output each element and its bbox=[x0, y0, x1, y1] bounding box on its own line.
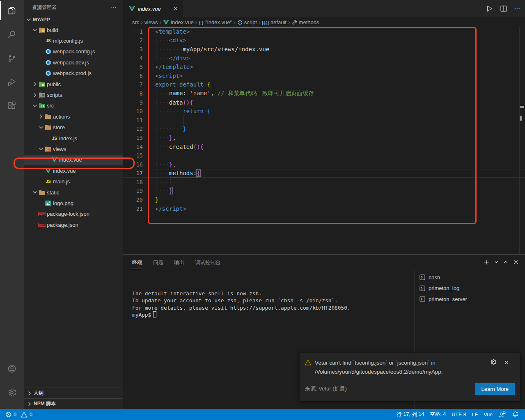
tree-item-package.json[interactable]: npmpackage.json bbox=[24, 219, 123, 230]
tab-label: index.vue bbox=[138, 6, 170, 12]
code-line-6[interactable]: 6<script> bbox=[123, 71, 525, 80]
breadcrumb-views[interactable]: views bbox=[144, 19, 158, 25]
tree-item-main.js[interactable]: JSmain.js bbox=[24, 176, 123, 187]
panel-tab-终端[interactable]: 终端 bbox=[132, 255, 142, 269]
learn-more-button[interactable]: Learn More bbox=[475, 383, 515, 395]
code-line-3[interactable]: 3········myApp/src/views/index.vue bbox=[123, 45, 525, 54]
cursor-position-status[interactable]: 行 17, 列 14 bbox=[394, 409, 427, 420]
notification-toast: Vetur can't find `tsconfig.json` or `jsc… bbox=[300, 353, 520, 401]
tree-item-static[interactable]: static bbox=[24, 187, 123, 198]
code-line-15[interactable]: 15 bbox=[123, 151, 525, 160]
tree-item-webpack.dev.js[interactable]: webpack.dev.js bbox=[24, 57, 123, 68]
tab-index-vue[interactable]: index.vue bbox=[123, 0, 183, 17]
activitybar-account[interactable] bbox=[0, 358, 24, 379]
notification-settings-icon[interactable] bbox=[490, 359, 497, 366]
problems-status[interactable]: 0 0 bbox=[2, 409, 35, 420]
breadcrumb-methods[interactable]: methods bbox=[292, 19, 319, 25]
activitybar-settings[interactable] bbox=[0, 382, 24, 403]
vue-icon bbox=[50, 157, 58, 162]
source-control-icon bbox=[7, 53, 17, 63]
code-line-5[interactable]: 5</template> bbox=[123, 62, 525, 71]
tree-item-webpack.prod.js[interactable]: webpack.prod.js bbox=[24, 68, 123, 79]
tree-item-actions[interactable]: actions bbox=[24, 111, 123, 122]
code-line-1[interactable]: 1<template> bbox=[123, 27, 525, 36]
indentation-status[interactable]: 空格: 4 bbox=[427, 409, 449, 420]
terminal-instance-bash[interactable]: bash bbox=[420, 272, 522, 283]
tree-item-webpack.config.js[interactable]: webpack.config.js bbox=[24, 46, 123, 57]
panel-tab-调试控制台[interactable]: 调试控制台 bbox=[195, 256, 221, 269]
code-line-21[interactable]: 21</script> bbox=[123, 204, 525, 213]
activitybar-explorer[interactable] bbox=[0, 0, 24, 21]
code-line-14[interactable]: 14····created(){ bbox=[123, 142, 525, 151]
breadcrumb-script[interactable]: script bbox=[237, 19, 257, 25]
line-number: 15 bbox=[123, 152, 143, 159]
terminal-icon bbox=[420, 285, 425, 291]
code-line-9[interactable]: 9····data(){ bbox=[123, 98, 525, 107]
panel-tab-问题[interactable]: 问题 bbox=[153, 256, 163, 269]
terminal-icon bbox=[420, 274, 425, 280]
notification-close-icon[interactable] bbox=[503, 359, 510, 366]
panel-tab-输出[interactable]: 输出 bbox=[174, 256, 184, 269]
tree-item-index.vue[interactable]: index.vue bbox=[24, 165, 123, 176]
sidebar-section-npm-scripts[interactable]: NPM 脚本 bbox=[24, 398, 123, 409]
tree-item-scripts[interactable]: scripts bbox=[24, 89, 123, 100]
close-panel-icon[interactable] bbox=[513, 259, 519, 265]
feedback-icon[interactable] bbox=[495, 409, 509, 420]
code-line-7[interactable]: 7export·default·{ bbox=[123, 80, 525, 89]
tree-item-mfp.config.js[interactable]: JSmfp.config.js bbox=[24, 35, 123, 46]
encoding-status[interactable]: UTF-8 bbox=[449, 409, 469, 420]
breadcrumb-src[interactable]: src bbox=[132, 19, 139, 25]
folder-icon bbox=[44, 125, 52, 130]
code-line-2[interactable]: 2····<div> bbox=[123, 36, 525, 45]
code-line-18[interactable]: 18········ bbox=[123, 178, 525, 187]
language-mode-status[interactable]: Vue bbox=[481, 409, 495, 420]
js-icon: JS bbox=[44, 179, 52, 184]
project-section-header[interactable]: MYAPP bbox=[24, 15, 123, 25]
maximize-panel-icon[interactable] bbox=[503, 259, 509, 265]
eol-status[interactable]: LF bbox=[469, 409, 481, 420]
breadcrumb-index.vue[interactable]: { }"index.vue" bbox=[199, 19, 232, 25]
tree-item-build[interactable]: build bbox=[24, 25, 123, 35]
sidebar-section-outline[interactable]: 大纲 bbox=[24, 388, 123, 398]
line-number: 4 bbox=[123, 55, 143, 62]
notifications-bell-icon[interactable] bbox=[509, 409, 522, 420]
code-line-17[interactable]: 17····methods:{ bbox=[123, 169, 525, 178]
tree-item-index.js[interactable]: JSindex.js bbox=[24, 133, 123, 144]
activitybar-run-debug[interactable] bbox=[0, 71, 24, 93]
chevron-down-icon bbox=[25, 16, 32, 23]
terminal-instance-primeton_server[interactable]: primeton_server bbox=[420, 294, 522, 305]
code-line-12[interactable]: 12········} bbox=[123, 125, 525, 134]
code-line-16[interactable]: 16····}, bbox=[123, 160, 525, 169]
breadcrumb-default[interactable]: [@]default bbox=[262, 19, 286, 25]
terminal-output[interactable]: The default interactive shell is now zsh… bbox=[132, 290, 351, 319]
more-actions-icon[interactable]: ⋯ bbox=[111, 4, 117, 11]
close-tab-icon[interactable] bbox=[172, 5, 179, 12]
breadcrumb-index.vue[interactable]: index.vue bbox=[163, 19, 194, 25]
tree-item-logo.png[interactable]: logo.png bbox=[24, 198, 123, 208]
activitybar-search[interactable] bbox=[0, 24, 24, 45]
tree-item-src[interactable]: src bbox=[24, 100, 123, 111]
code-editor[interactable]: 1<template>2····<div>3········myApp/src/… bbox=[123, 27, 525, 254]
new-terminal-icon[interactable] bbox=[483, 259, 490, 265]
terminal-instance-primeton_log[interactable]: primeton_log bbox=[420, 283, 522, 294]
tree-item-store[interactable]: store bbox=[24, 122, 123, 133]
split-editor-icon[interactable] bbox=[499, 4, 508, 13]
tree-item-views[interactable]: views bbox=[24, 144, 123, 154]
activitybar-extensions[interactable] bbox=[0, 95, 24, 116]
code-line-4[interactable]: 4····</div> bbox=[123, 54, 525, 63]
code-line-8[interactable]: 8····name:·'name',·//·和菜单代码一致即可开启页面缓存 bbox=[123, 89, 525, 98]
code-line-13[interactable]: 13····}, bbox=[123, 133, 525, 142]
notification-message: Vetur can't find `tsconfig.json` or `jsc… bbox=[315, 358, 471, 377]
tree-item-index.vue[interactable]: index.vue bbox=[24, 155, 123, 165]
activitybar-source-control[interactable] bbox=[0, 48, 24, 69]
tree-item-public[interactable]: public bbox=[24, 79, 123, 89]
code-line-19[interactable]: 19····} bbox=[123, 187, 525, 196]
editor-more-icon[interactable]: ⋯ bbox=[514, 5, 521, 12]
tree-item-label: webpack.dev.js bbox=[53, 59, 89, 66]
terminal-dropdown-icon[interactable] bbox=[494, 260, 499, 265]
code-line-10[interactable]: 10········return·{ bbox=[123, 107, 525, 116]
project-name: MYAPP bbox=[33, 17, 50, 23]
tree-item-package-lock.json[interactable]: npmpackage-lock.json bbox=[24, 209, 123, 219]
code-line-20[interactable]: 20} bbox=[123, 195, 525, 204]
run-button[interactable] bbox=[484, 4, 493, 13]
